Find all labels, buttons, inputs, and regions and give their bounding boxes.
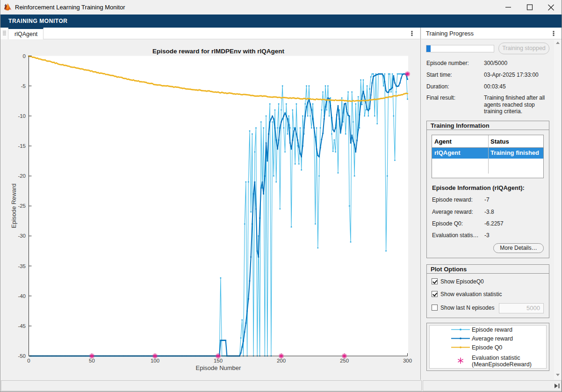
- svg-text:Episode Number: Episode Number: [196, 364, 241, 371]
- svg-text:-5: -5: [21, 83, 26, 89]
- svg-text:100: 100: [151, 358, 159, 363]
- svg-text:-50: -50: [18, 353, 26, 359]
- svg-text:0: 0: [23, 53, 26, 59]
- svg-text:Episode reward for rlMDPEnv wi: Episode reward for rlMDPEnv with rlQAgen…: [152, 48, 285, 55]
- svg-text:50: 50: [89, 358, 95, 363]
- svg-text:300: 300: [403, 358, 412, 363]
- svg-text:-15: -15: [18, 143, 26, 149]
- svg-text:0: 0: [27, 358, 30, 363]
- svg-text:-35: -35: [18, 263, 26, 269]
- svg-text:150: 150: [214, 358, 223, 363]
- svg-text:-30: -30: [18, 233, 26, 239]
- svg-text:250: 250: [340, 358, 349, 363]
- svg-text:-25: -25: [18, 203, 26, 209]
- svg-text:-20: -20: [18, 173, 26, 179]
- svg-text:Episode Reward: Episode Reward: [10, 183, 17, 228]
- svg-text:-10: -10: [18, 113, 26, 119]
- svg-text:-45: -45: [18, 323, 26, 329]
- svg-text:200: 200: [277, 358, 286, 363]
- svg-text:-40: -40: [18, 293, 26, 299]
